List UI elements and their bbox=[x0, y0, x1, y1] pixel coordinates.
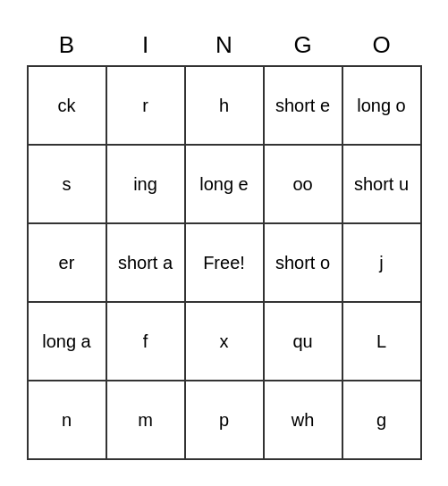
cell-r1-c3: oo bbox=[264, 145, 342, 223]
cell-r3-c1: f bbox=[106, 302, 185, 381]
cell-r0-c4: long o bbox=[342, 66, 421, 145]
table-row: nmpwhg bbox=[28, 381, 421, 459]
table-row: ckrhshort elong o bbox=[28, 66, 421, 145]
table-row: ershort aFree!short oj bbox=[28, 223, 421, 302]
header-row: BINGO bbox=[28, 26, 421, 66]
table-row: singlong eooshort u bbox=[28, 145, 421, 223]
header-col-o: O bbox=[342, 26, 421, 66]
cell-r4-c0: n bbox=[28, 381, 106, 459]
cell-r0-c0: ck bbox=[28, 66, 106, 145]
cell-r0-c1: r bbox=[106, 66, 185, 145]
cell-r3-c3: qu bbox=[264, 302, 342, 381]
cell-r2-c4: j bbox=[342, 223, 421, 302]
cell-r1-c4: short u bbox=[342, 145, 421, 223]
cell-r4-c3: wh bbox=[264, 381, 342, 459]
cell-r0-c3: short e bbox=[264, 66, 342, 145]
cell-r2-c3: short o bbox=[264, 223, 342, 302]
cell-r2-c1: short a bbox=[106, 223, 185, 302]
header-col-i: I bbox=[106, 26, 185, 66]
cell-r0-c2: h bbox=[185, 66, 264, 145]
cell-r1-c0: s bbox=[28, 145, 106, 223]
cell-r3-c2: x bbox=[185, 302, 264, 381]
cell-r2-c2: Free! bbox=[185, 223, 264, 302]
cell-r4-c1: m bbox=[106, 381, 185, 459]
bingo-table: BINGO ckrhshort elong osinglong eooshort… bbox=[27, 26, 422, 460]
cell-r1-c2: long e bbox=[185, 145, 264, 223]
bingo-card: BINGO ckrhshort elong osinglong eooshort… bbox=[27, 26, 422, 460]
table-row: long afxquL bbox=[28, 302, 421, 381]
cell-r4-c2: p bbox=[185, 381, 264, 459]
cell-r3-c4: L bbox=[342, 302, 421, 381]
cell-r2-c0: er bbox=[28, 223, 106, 302]
header-col-g: G bbox=[264, 26, 342, 66]
header-col-n: N bbox=[185, 26, 264, 66]
cell-r4-c4: g bbox=[342, 381, 421, 459]
header-col-b: B bbox=[28, 26, 106, 66]
cell-r1-c1: ing bbox=[106, 145, 185, 223]
cell-r3-c0: long a bbox=[28, 302, 106, 381]
